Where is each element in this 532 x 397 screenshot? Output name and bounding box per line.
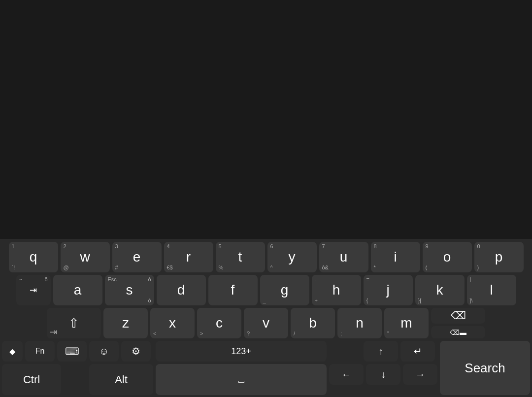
key-n[interactable]: n ; xyxy=(337,308,382,338)
sub-9: 9 xyxy=(426,244,429,249)
shift-icon: ⇧ xyxy=(68,316,79,331)
key-s[interactable]: Esc ò s ó xyxy=(105,275,154,305)
row-1: 1 q `! 2 w @ 3 e # 4 r €$ 5 t % 6 y ^ xyxy=(2,242,530,272)
key-b[interactable]: b / xyxy=(291,308,335,338)
key-arrow-down[interactable]: ↓ xyxy=(366,364,400,385)
key-p[interactable]: 0 p ) xyxy=(474,242,524,272)
backspace-icon: ⌫ xyxy=(451,309,466,322)
sub-4: 4 xyxy=(167,244,170,249)
key-enter[interactable]: ↵ xyxy=(400,341,435,362)
sub-1: 1 xyxy=(12,244,15,249)
enter-icon: ↵ xyxy=(414,345,422,357)
row-3: ⇧ ⇥ z x < c > v ? b / n ; m " xyxy=(2,308,530,338)
key-arrow-right[interactable]: → xyxy=(403,364,437,385)
key-keyboard[interactable]: ⌨ xyxy=(57,341,87,362)
key-arrow-up[interactable]: ↑ xyxy=(364,341,398,362)
key-123[interactable]: 123+ xyxy=(156,341,327,362)
keyboard: 1 q `! 2 w @ 3 e # 4 r €$ 5 t % 6 y ^ xyxy=(0,239,532,397)
key-k[interactable]: k }[ xyxy=(415,275,465,305)
key-backspace[interactable]: ⌫ xyxy=(431,308,485,324)
gear-icon: ⚙ xyxy=(132,345,140,357)
spacebar-icon: ⎵ xyxy=(238,374,244,385)
arrow-right-icon: → xyxy=(415,369,425,380)
sub-2: 2 xyxy=(64,244,66,249)
key-e[interactable]: 3 e # xyxy=(112,242,162,272)
key-gear[interactable]: ⚙ xyxy=(121,341,151,362)
key-f[interactable]: f xyxy=(208,275,258,305)
row-4: ◆ Fn ⌨ Ctrl ☺ xyxy=(2,341,530,395)
key-emoji[interactable]: ☺ xyxy=(89,341,119,362)
key-fn[interactable]: Fn xyxy=(25,341,55,362)
key-q[interactable]: 1 q `! xyxy=(9,242,58,272)
tab-icon: ⇥ xyxy=(30,285,37,296)
key-w[interactable]: 2 w @ xyxy=(61,242,110,272)
key-arrow-left[interactable]: ← xyxy=(329,364,364,385)
keyboard-icon: ⌨ xyxy=(65,345,79,357)
key-v[interactable]: v ? xyxy=(244,308,288,338)
key-l[interactable]: | l ]\ xyxy=(467,275,516,305)
arrow-up-icon: ↑ xyxy=(378,346,383,357)
key-t[interactable]: 5 t % xyxy=(216,242,265,272)
key-m[interactable]: m " xyxy=(384,308,429,338)
key-r[interactable]: 4 r €$ xyxy=(164,242,213,272)
sub-excl: `! xyxy=(12,265,15,270)
key-d[interactable]: d xyxy=(157,275,206,305)
key-c[interactable]: c > xyxy=(197,308,241,338)
key-a[interactable]: a xyxy=(53,275,102,305)
key-u[interactable]: 7 u ô& xyxy=(319,242,368,272)
key-g[interactable]: g _ xyxy=(260,275,309,305)
key-alt[interactable]: Alt xyxy=(89,364,153,395)
key-backspace-word[interactable]: ⌫▬ xyxy=(431,326,485,338)
arrow-down-icon: ↓ xyxy=(381,369,386,380)
key-shift[interactable]: ⇧ ⇥ xyxy=(47,308,101,338)
key-y[interactable]: 6 y ^ xyxy=(267,242,317,272)
key-h[interactable]: - h + xyxy=(312,275,361,305)
backspace-word-icon: ⌫▬ xyxy=(450,329,466,336)
sub-6: 6 xyxy=(270,244,273,249)
key-ctrl[interactable]: Ctrl xyxy=(2,364,61,395)
key-o[interactable]: 9 o ( xyxy=(423,242,472,272)
key-x[interactable]: x < xyxy=(150,308,195,338)
key-spacebar[interactable]: ⎵ xyxy=(156,364,327,395)
key-search[interactable]: Search xyxy=(440,341,530,395)
key-tab[interactable]: ~ õ ⇥ xyxy=(16,275,51,305)
search-label: Search xyxy=(465,361,505,376)
sub-5: 5 xyxy=(219,244,222,249)
arrow-left-icon: ← xyxy=(341,369,351,380)
key-z[interactable]: z xyxy=(103,308,148,338)
sub-7: 7 xyxy=(322,244,325,249)
key-diamond[interactable]: ◆ xyxy=(2,341,23,362)
sub-8: 8 xyxy=(374,244,377,249)
key-j[interactable]: = j { xyxy=(364,275,413,305)
sub-3: 3 xyxy=(115,244,118,249)
key-i[interactable]: 8 i * xyxy=(371,242,420,272)
row-2: ~ õ ⇥ a Esc ò s ó d f g _ - h + = xyxy=(2,275,530,305)
sub-0: 0 xyxy=(477,244,480,249)
emoji-icon: ☺ xyxy=(99,346,109,357)
